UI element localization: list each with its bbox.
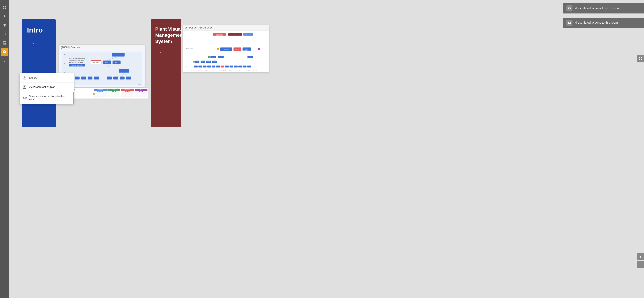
svg-text:Line 1: Line 1 — [213, 70, 215, 71]
svg-rect-20 — [107, 77, 112, 80]
svg-rect-93 — [247, 66, 251, 68]
svg-rect-21 — [114, 77, 118, 80]
svg-text:Double-click on this button...: Double-click on this button... — [71, 65, 83, 66]
svg-text:APU 2: APU 2 — [220, 57, 222, 58]
svg-text:APU 2: APU 2 — [105, 62, 109, 63]
svg-point-112 — [570, 22, 570, 23]
notif-to-text: 4 escalated actions to this room — [575, 21, 618, 25]
sidebar-item-image[interactable] — [1, 39, 8, 47]
tier-vsm-header: VSM — [108, 89, 120, 91]
svg-rect-85 — [212, 66, 215, 68]
grid-view-btn[interactable] — [637, 55, 644, 62]
right-grid-btn[interactable] — [637, 55, 644, 62]
svg-point-108 — [26, 98, 26, 98]
svg-text:reproducing your plant system: reproducing your plant system — [69, 60, 84, 61]
context-menu: Export › View room action plan — [20, 73, 74, 104]
svg-rect-82 — [198, 66, 202, 68]
tier-perf-header: Performance — [94, 89, 107, 91]
intro-arrow: → — [27, 38, 36, 48]
svg-text:Direct report: Direct report — [192, 70, 196, 71]
svg-rect-86 — [216, 66, 220, 68]
readme-header: [PUBLIC] Read Me — [59, 45, 145, 50]
svg-rect-19 — [94, 77, 99, 80]
svg-text:Tier 3: Tier 3 — [64, 72, 66, 73]
export-chevron: › — [70, 76, 71, 79]
intro-title: Intro — [27, 26, 43, 34]
notif-from-text: 4 escalated actions from this room — [575, 6, 622, 10]
svg-text:APU 1 room: APU 1 room — [93, 62, 99, 63]
svg-text:Plant manager: Plant manager — [223, 49, 229, 50]
pvms-arrow: → — [155, 48, 162, 56]
tier-cards-row: Performance VSM Problem solvi — [93, 88, 148, 99]
escalated-icon — [23, 96, 27, 100]
svg-rect-23 — [126, 77, 131, 80]
svg-point-111 — [568, 8, 569, 9]
notif-panel-from[interactable]: 4 escalated actions from this room — [563, 3, 644, 13]
svg-text:SL: SL — [194, 61, 194, 62]
svg-text:Corporate: Corporate — [186, 39, 190, 40]
zoom-in-button[interactable]: + — [637, 253, 644, 260]
tier-dmaic-header: DMAIC — [135, 89, 148, 91]
svg-text:warehouse & another: warehouse & another — [243, 50, 251, 51]
svg-point-1 — [4, 42, 4, 43]
context-menu-item-export[interactable]: Export › — [20, 73, 74, 83]
svg-text:Plant leadership: Plant leadership — [186, 48, 193, 49]
svg-text:Maintenance: Maintenance — [235, 49, 240, 50]
sidebar-item-arrows[interactable] — [1, 30, 8, 38]
svg-rect-83 — [203, 66, 206, 68]
svg-marker-110 — [93, 93, 96, 95]
svg-text:This is the iObeya room networ: This is the iObeya room network — [69, 58, 85, 59]
org-header: [PUBLIC] Plant Org Chart — [183, 25, 269, 30]
zoom-out-button[interactable]: − — [637, 261, 644, 268]
org-card[interactable]: [PUBLIC] Plant Org Chart Business Unit /… — [183, 25, 269, 72]
svg-rect-16 — [75, 77, 80, 80]
action-plan-icon — [23, 85, 26, 89]
escalated-label: View escalated actions to this room — [29, 95, 70, 101]
tier-ps-dots — [121, 91, 134, 93]
sidebar-item-play[interactable] — [1, 12, 8, 20]
svg-text:team: team — [186, 49, 188, 50]
org-title: [PUBLIC] Plant Org Chart — [189, 27, 212, 29]
svg-text:Line 3: Line 3 — [208, 61, 210, 62]
svg-rect-81 — [194, 66, 198, 68]
svg-text:Line 2: Line 2 — [202, 61, 204, 62]
svg-text:Corporate Industrial leadershi: Corporate Industrial leadership team — [228, 33, 241, 34]
tier-ps-header: Problem solving — [121, 89, 134, 91]
svg-text:Line 3: Line 3 — [220, 70, 222, 71]
svg-rect-18 — [88, 77, 92, 80]
svg-text:Line 2: Line 2 — [216, 70, 218, 71]
sidebar-item-grid[interactable] — [1, 3, 8, 11]
sidebar — [0, 0, 9, 298]
notif-to-icon — [566, 20, 572, 26]
svg-rect-88 — [225, 66, 228, 68]
svg-text:Lines: Lines — [186, 61, 188, 62]
svg-rect-35 — [185, 32, 267, 71]
svg-rect-84 — [207, 66, 211, 68]
zoom-controls: + − — [637, 253, 644, 268]
svg-text:Manufacturing: Manufacturing — [186, 66, 192, 67]
context-menu-item-action-plan[interactable]: View room action plan — [20, 83, 74, 92]
canvas: Intro → [PUBLIC] Read Me Tier 1 Tier 2 T… — [9, 0, 644, 298]
svg-rect-90 — [234, 66, 238, 68]
notif-panel-to[interactable]: 4 escalated actions to this room — [563, 18, 644, 28]
svg-text:APU: APU — [186, 56, 188, 57]
tier-vsm-card: VSM — [108, 89, 120, 98]
context-menu-item-escalated[interactable]: View escalated actions to this room — [20, 92, 74, 104]
tier-dmaic-dots — [135, 91, 148, 93]
svg-text:Connection: Connection — [186, 70, 190, 71]
pvms-card[interactable]: Plant Visual Management System → — [151, 19, 181, 127]
svg-rect-89 — [230, 66, 233, 68]
svg-text:Matrix access: Matrix access — [206, 70, 211, 71]
svg-text:APU 1-3: APU 1-3 — [223, 70, 226, 71]
svg-text:(Prod dev): (Prod dev) — [246, 34, 250, 35]
sidebar-item-back[interactable] — [1, 57, 8, 65]
svg-text:Line 3 room: Line 3 room — [121, 70, 127, 71]
sidebar-item-layers[interactable] — [1, 21, 8, 29]
svg-text:Tier 2: Tier 2 — [64, 63, 66, 64]
svg-text:Cluster Director: Cluster Director — [216, 35, 222, 36]
sidebar-item-settings[interactable] — [1, 48, 8, 56]
svg-rect-87 — [221, 66, 224, 68]
svg-text:APU 1 Room: APU 1 Room — [230, 70, 234, 71]
svg-text:Plant 4-7 Room: Plant 4-7 Room — [246, 70, 251, 71]
svg-text:Plant 1-3 Room: Plant 1-3 Room — [237, 70, 242, 71]
